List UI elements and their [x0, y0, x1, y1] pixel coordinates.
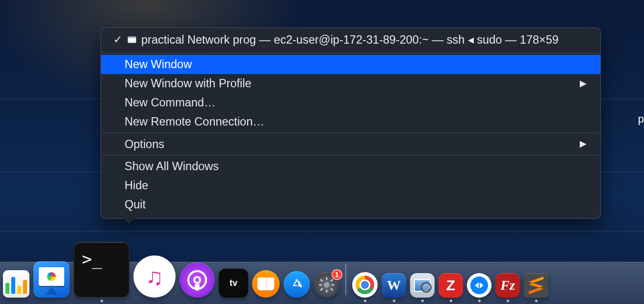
dock-app-music[interactable]: ♫ [133, 255, 176, 302]
preview-icon [410, 273, 435, 298]
svg-rect-2 [326, 290, 328, 293]
dock-app-sublime[interactable] [524, 273, 548, 302]
zotero-icon: Z [438, 273, 463, 298]
menu-pointer-icon [123, 218, 135, 224]
filezilla-icon: Fz [495, 273, 520, 298]
background-window-text: p [638, 113, 644, 126]
svg-rect-7 [331, 279, 334, 282]
settings-icon: 1 [314, 272, 339, 298]
terminal-window-icon [128, 36, 136, 43]
svg-point-0 [324, 282, 329, 287]
dock-app-appstore[interactable] [283, 271, 310, 302]
menu-item-options[interactable]: Options ▶ [101, 135, 600, 154]
dock: >_ ♫ tv [0, 240, 644, 304]
dock-app-teamviewer[interactable] [467, 273, 491, 302]
submenu-arrow-icon: ▶ [580, 77, 589, 90]
dock-app-filezilla[interactable]: Fz [495, 273, 520, 302]
dock-app-word[interactable]: W [382, 273, 406, 302]
menu-item-new-window-profile[interactable]: New Window with Profile ▶ [101, 74, 600, 93]
music-icon: ♫ [133, 255, 176, 298]
gear-icon [318, 277, 335, 293]
dock-app-preview[interactable] [410, 273, 435, 302]
appstore-icon [283, 271, 310, 298]
podcasts-icon [180, 262, 215, 298]
menu-separator [102, 133, 599, 133]
menu-item-new-command[interactable]: New Command… [101, 93, 600, 112]
appstore-glyph-icon [290, 278, 304, 291]
dock-app-chrome[interactable] [352, 272, 378, 302]
svg-rect-4 [332, 284, 335, 286]
menu-item-show-all-windows[interactable]: Show All Windows [101, 157, 600, 176]
menu-item-new-window[interactable]: New Window [101, 55, 600, 74]
svg-rect-8 [320, 288, 323, 291]
menu-separator [102, 53, 599, 53]
dock-app-settings[interactable]: 1 [314, 272, 339, 302]
dock-app-podcasts[interactable] [180, 262, 215, 302]
check-icon: ✓ [113, 34, 123, 45]
terminal-icon: >_ [74, 242, 129, 298]
books-icon [252, 270, 280, 298]
submenu-arrow-icon: ▶ [580, 138, 589, 150]
teamviewer-icon [467, 273, 491, 298]
svg-rect-3 [319, 284, 322, 286]
appletv-icon: tv [219, 268, 248, 298]
dock-app-numbers[interactable] [3, 270, 29, 302]
chrome-icon [352, 272, 378, 298]
svg-rect-6 [331, 288, 334, 291]
word-icon: W [382, 273, 406, 298]
dock-app-books[interactable] [252, 270, 280, 302]
menu-item-quit[interactable]: Quit [101, 195, 600, 214]
dock-app-terminal[interactable]: >_ [74, 242, 129, 302]
sublime-icon [524, 273, 548, 298]
menu-item-new-remote-connection[interactable]: New Remote Connection… [101, 112, 600, 131]
dock-app-appletv[interactable]: tv [219, 268, 248, 302]
menu-item-hide[interactable]: Hide [101, 176, 600, 195]
dock-separator [345, 264, 346, 295]
menu-separator [102, 155, 599, 155]
keynote-icon [33, 261, 70, 298]
notification-badge: 1 [332, 269, 342, 280]
context-menu-header[interactable]: ✓ practical Network prog — ec2-user@ip-1… [101, 31, 600, 51]
svg-rect-1 [326, 277, 328, 280]
dock-context-menu: ✓ practical Network prog — ec2-user@ip-1… [101, 27, 601, 219]
dock-app-keynote[interactable] [33, 261, 70, 302]
context-menu-title: practical Network prog — ec2-user@ip-172… [141, 33, 559, 47]
dock-app-zotero[interactable]: Z [438, 273, 463, 302]
numbers-icon [3, 270, 29, 298]
svg-rect-5 [320, 279, 323, 282]
